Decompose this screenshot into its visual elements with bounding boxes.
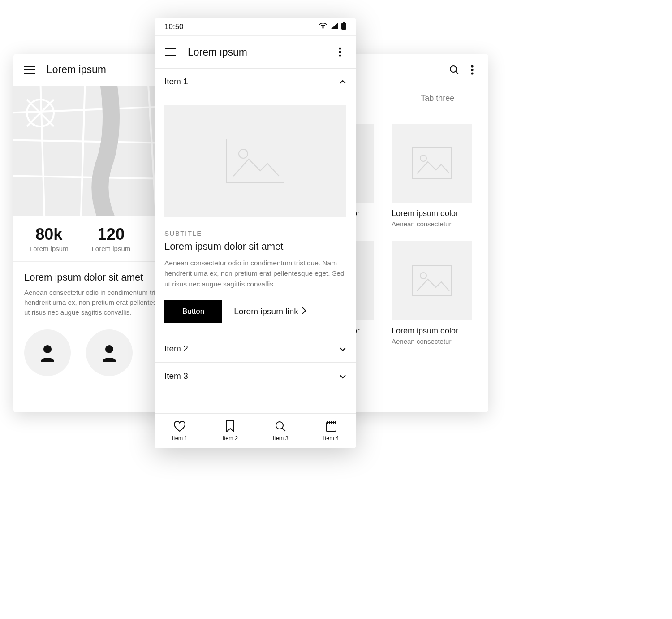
accordion-item-3[interactable]: Item 3 xyxy=(155,363,356,390)
status-bar: 10:50 xyxy=(155,18,356,36)
wifi-icon xyxy=(319,22,327,31)
card-subtitle: Aenean consectetur xyxy=(392,220,478,228)
accordion-item-1[interactable]: Item 1 xyxy=(155,68,356,95)
accordion-label: Item 2 xyxy=(164,344,188,354)
svg-point-24 xyxy=(339,51,341,53)
svg-point-4 xyxy=(450,66,457,72)
stat-2: 120 Lorem ipsum xyxy=(80,225,142,252)
accordion-body: SUBTITLE Lorem ipsum dolor sit amet Aene… xyxy=(155,95,356,336)
avatar[interactable] xyxy=(24,329,71,376)
card-title: Lorem ipsum dolor xyxy=(392,209,478,218)
svg-rect-29 xyxy=(326,423,336,431)
text-link[interactable]: Lorem ipsum link xyxy=(234,307,306,316)
svg-point-28 xyxy=(276,422,283,429)
button-row: Button Lorem ipsum link xyxy=(164,300,346,323)
card[interactable]: Lorem ipsum dolor Aenean consectetur xyxy=(392,124,478,228)
chevron-down-icon xyxy=(339,344,346,354)
card-title: Lorem ipsum dolor xyxy=(392,326,478,336)
chevron-up-icon xyxy=(339,77,346,87)
svg-point-27 xyxy=(239,149,248,158)
image-placeholder-icon xyxy=(164,105,346,217)
chevron-down-icon xyxy=(339,371,346,381)
menu-icon[interactable] xyxy=(21,61,39,79)
svg-point-13 xyxy=(420,155,426,161)
stat-1: 80k Lorem ipsum xyxy=(18,225,80,252)
avatar[interactable] xyxy=(86,329,133,376)
svg-rect-12 xyxy=(412,148,452,178)
nav-item-1[interactable]: Item 1 xyxy=(155,414,205,448)
tab-three[interactable]: Tab three xyxy=(387,86,488,111)
card-subtitle: Aenean consectetur xyxy=(392,338,478,345)
svg-point-2 xyxy=(43,345,52,353)
accordion-label: Item 3 xyxy=(164,371,188,381)
phone-center: 10:50 Lorem ipsum Item 1 xyxy=(155,18,356,448)
nav-label: Item 3 xyxy=(273,435,289,442)
battery-icon xyxy=(341,22,346,32)
search-icon[interactable] xyxy=(445,61,463,79)
svg-point-23 xyxy=(339,47,341,49)
nav-item-3[interactable]: Item 3 xyxy=(255,414,306,448)
menu-icon[interactable] xyxy=(162,43,180,61)
svg-rect-18 xyxy=(412,265,452,296)
image-placeholder-icon xyxy=(392,241,472,320)
appbar-center: Lorem ipsum xyxy=(155,36,356,68)
link-label: Lorem ipsum link xyxy=(234,307,298,316)
signal-icon xyxy=(331,22,338,31)
stat-value: 80k xyxy=(18,225,80,244)
status-time: 10:50 xyxy=(164,22,184,31)
bottom-nav: Item 1 Item 2 Item 3 Item 4 xyxy=(155,413,356,448)
more-icon[interactable] xyxy=(331,43,349,61)
card[interactable]: Lorem ipsum dolor Aenean consectetur xyxy=(392,241,478,345)
nav-label: Item 1 xyxy=(172,435,188,442)
nav-item-4[interactable]: Item 4 xyxy=(306,414,357,448)
bookmark-icon xyxy=(226,420,235,433)
svg-point-7 xyxy=(471,72,473,74)
heart-icon xyxy=(173,421,186,433)
stat-value: 120 xyxy=(80,225,142,244)
svg-rect-22 xyxy=(343,22,345,23)
nav-label: Item 4 xyxy=(323,435,339,442)
svg-point-25 xyxy=(339,54,341,56)
svg-point-20 xyxy=(323,27,324,29)
svg-rect-21 xyxy=(341,23,346,30)
more-icon[interactable] xyxy=(463,61,481,79)
app-title-center: Lorem ipsum xyxy=(188,46,247,58)
stat-label: Lorem ipsum xyxy=(80,245,142,252)
card-body: Aenean consectetur odio in condimentum t… xyxy=(164,258,346,289)
svg-point-5 xyxy=(471,65,473,67)
svg-point-6 xyxy=(471,69,473,71)
chevron-right-icon xyxy=(302,307,306,316)
nav-label: Item 2 xyxy=(222,435,238,442)
accordion-item-2[interactable]: Item 2 xyxy=(155,336,356,363)
app-title-left: Lorem ipsum xyxy=(47,64,106,76)
image-placeholder-icon xyxy=(392,124,472,203)
svg-point-3 xyxy=(105,345,113,353)
calendar-icon xyxy=(325,420,337,433)
nav-item-2[interactable]: Item 2 xyxy=(205,414,256,448)
accordion-label: Item 1 xyxy=(164,77,188,87)
svg-point-19 xyxy=(420,273,426,279)
primary-button[interactable]: Button xyxy=(164,300,222,323)
search-icon xyxy=(275,420,286,433)
stat-label: Lorem ipsum xyxy=(18,245,80,252)
svg-rect-26 xyxy=(227,139,284,183)
card-subtitle-overline: SUBTITLE xyxy=(164,229,346,237)
card-title: Lorem ipsum dolor sit amet xyxy=(164,241,346,252)
